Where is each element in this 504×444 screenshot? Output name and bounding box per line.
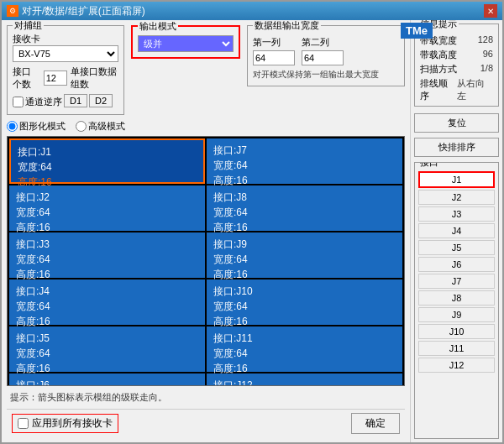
info-item: 扫描方式1/8	[420, 63, 493, 76]
ok-button[interactable]: 确定	[351, 413, 400, 434]
port-button-j5[interactable]: J5	[418, 240, 495, 255]
card-label: 接收卡	[13, 33, 40, 45]
window-title: 对开/数据/组扩展(正面霜屏)	[22, 4, 145, 18]
title-bar-left: ⚙ 对开/数据/组扩展(正面霜屏)	[7, 4, 145, 18]
col2-group: 第二列 64	[302, 36, 344, 65]
port-buttons: J1J2J3J4J5J6J7J8J9J10J11J12	[418, 171, 495, 373]
grid-area[interactable]: 接口:J1宽度:64高度:16接口:J7宽度:64高度:16接口:J2宽度:64…	[7, 136, 405, 386]
grid-cell[interactable]: 接口:J3宽度:64高度:16	[9, 232, 205, 278]
title-bar: ⚙ 对开/数据/组扩展(正面霜屏) ✕	[2, 2, 502, 20]
reset-button[interactable]: 复位	[414, 113, 499, 133]
quick-sort-button[interactable]: 快排排序	[414, 138, 499, 157]
group-count-label: 单接口数据组数	[71, 65, 118, 91]
col1-label: 第一列	[253, 36, 281, 49]
apply-checkbox[interactable]	[18, 418, 29, 429]
advanced-mode-label[interactable]: 高级模式	[76, 120, 125, 133]
col2-spin[interactable]: 64	[302, 50, 344, 65]
port-button-j7[interactable]: J7	[418, 274, 495, 289]
grid-cell[interactable]: 接口:J6宽度:64高度:16	[9, 373, 205, 386]
main-window: ⚙ 对开/数据/组扩展(正面霜屏) ✕ 对捕组 接收卡 BX-V75	[0, 0, 504, 444]
receiver-group-box: 对捕组 接收卡 BX-V75 接口个数 12 单接口数据组数	[7, 25, 124, 115]
card-label-row: 接收卡	[13, 33, 118, 45]
card-select[interactable]: BX-V75	[13, 45, 118, 62]
reverse-checkbox[interactable]	[13, 97, 24, 107]
reverse-row: 通道逆序 D1 D2	[13, 94, 118, 109]
info-items: 带载宽度128带载高度96扫描方式1/8排线顺序从右向左	[420, 34, 493, 102]
col2-label: 第二列	[302, 36, 329, 49]
content-area: 对捕组 接收卡 BX-V75 接口个数 12 单接口数据组数	[2, 20, 502, 442]
output-mode-group: 输出模式 级并	[131, 25, 240, 59]
apply-label: 应用到所有接收卡	[32, 416, 113, 431]
port-count-spin[interactable]: 12	[44, 71, 67, 86]
bottom-bar: 应用到所有接收卡 确定	[7, 409, 405, 437]
port-button-j9[interactable]: J9	[418, 307, 495, 322]
tme-badge: TMe	[401, 23, 433, 39]
grid-cell[interactable]: 接口:J7宽度:64高度:16	[207, 138, 402, 184]
port-button-j12[interactable]: J12	[418, 358, 495, 373]
port-button-j10[interactable]: J10	[418, 324, 495, 339]
output-mode-select[interactable]: 级并	[138, 35, 234, 52]
d2-button[interactable]: D2	[89, 94, 113, 107]
grid-cell[interactable]: 接口:J5宽度:64高度:16	[9, 326, 205, 372]
grid-cell[interactable]: 接口:J11宽度:64高度:16	[207, 326, 402, 372]
col1-group: 第一列 64	[253, 36, 295, 65]
port-button-j11[interactable]: J11	[418, 341, 495, 356]
port-button-j3[interactable]: J3	[418, 206, 495, 222]
info-item: 排线顺序从右向左	[420, 77, 493, 102]
port-button-j2[interactable]: J2	[418, 190, 495, 205]
info-item: 带载高度96	[420, 49, 493, 61]
main-area: 对捕组 接收卡 BX-V75 接口个数 12 单接口数据组数	[2, 20, 410, 442]
width-group-title: 数据组输出宽度	[253, 20, 321, 32]
close-button[interactable]: ✕	[484, 4, 497, 18]
port-group-title: 接口	[418, 162, 440, 169]
port-button-j8[interactable]: J8	[418, 290, 495, 306]
receiver-group-title: 对捕组	[13, 20, 44, 32]
port-count-row: 接口个数 12 单接口数据组数	[13, 65, 118, 91]
grid-cell[interactable]: 接口:J1宽度:64高度:16	[9, 138, 205, 184]
icon-mode-text: 图形化模式	[19, 120, 66, 133]
port-button-j4[interactable]: J4	[418, 223, 495, 238]
advanced-mode-radio[interactable]	[76, 121, 87, 132]
port-count-label: 接口个数	[13, 65, 40, 91]
grid-cell[interactable]: 接口:J9宽度:64高度:16	[207, 232, 402, 278]
top-controls-row: 对捕组 接收卡 BX-V75 接口个数 12 单接口数据组数	[7, 25, 405, 115]
right-sidebar: 信息提示 带载宽度128带载高度96扫描方式1/8排线顺序从右向左 复位 快排排…	[410, 20, 502, 442]
width-columns: 第一列 64 第二列 64	[253, 36, 399, 65]
port-button-j1[interactable]: J1	[418, 171, 495, 188]
icon-mode-label[interactable]: 图形化模式	[7, 120, 66, 133]
reverse-label: 通道逆序	[25, 96, 62, 108]
grid-cell[interactable]: 接口:J4宽度:64高度:16	[9, 279, 205, 325]
apply-check-group: 应用到所有接收卡	[12, 414, 118, 433]
width-note: 对开模式保持第一组输出最大宽度	[253, 69, 399, 81]
grid-cell[interactable]: 接口:J10宽度:64高度:16	[207, 279, 402, 325]
window-icon: ⚙	[7, 5, 18, 17]
bottom-hint: 提示：箭头图标表示模组的级联走向。	[7, 389, 405, 405]
icon-mode-radio[interactable]	[7, 121, 18, 132]
grid-cell[interactable]: 接口:J12宽度:64高度:16	[207, 373, 402, 386]
port-button-j6[interactable]: J6	[418, 257, 495, 272]
advanced-mode-text: 高级模式	[88, 120, 125, 133]
port-group: 接口 J1J2J3J4J5J6J7J8J9J10J11J12	[414, 162, 499, 439]
output-mode-title: 输出模式	[138, 20, 178, 33]
d1-button[interactable]: D1	[64, 94, 87, 107]
grid-cell[interactable]: 接口:J8宽度:64高度:16	[207, 185, 402, 231]
mode-row: 图形化模式 高级模式	[7, 120, 405, 133]
col1-spin[interactable]: 64	[253, 50, 295, 65]
width-group-box: 数据组输出宽度 第一列 64 第二列 64	[247, 25, 405, 86]
grid-cell[interactable]: 接口:J2宽度:64高度:16	[9, 185, 205, 231]
